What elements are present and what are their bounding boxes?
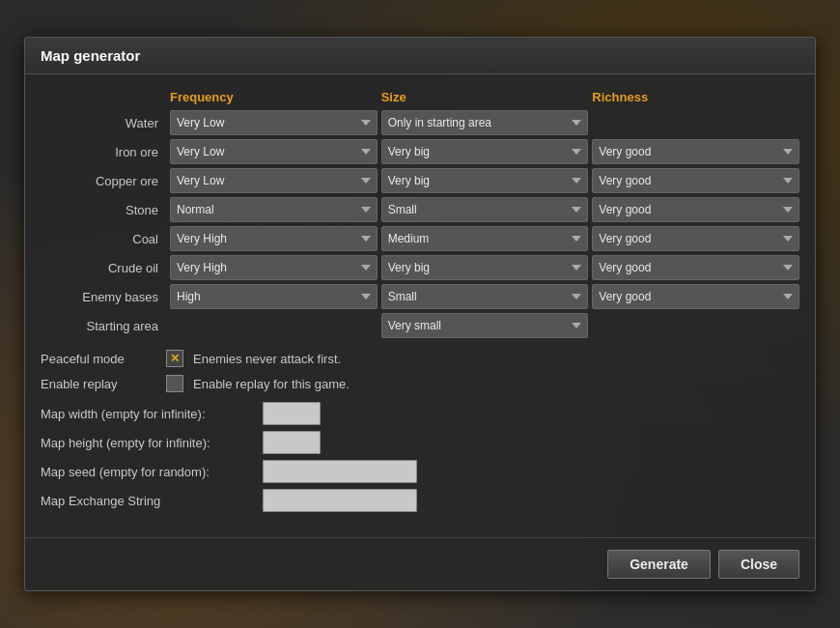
richness-header: Richness <box>592 90 799 104</box>
map-height-input[interactable] <box>263 431 321 454</box>
inputs-section: Map width (empty for infinite): Map heig… <box>41 402 799 512</box>
column-headers: Frequency Size Richness <box>41 90 799 104</box>
coal-frequency-select[interactable]: Very LowLowNormalHighVery High <box>170 226 378 251</box>
map-height-row: Map height (empty for infinite): <box>41 431 799 454</box>
map-width-row: Map width (empty for infinite): <box>41 402 799 425</box>
crude-oil-size-select[interactable]: Very smallSmallNormalBigVery big <box>381 255 589 280</box>
map-width-input[interactable] <box>263 402 321 425</box>
water-frequency-select[interactable]: Very LowLowNormalHighVery High <box>170 110 378 135</box>
map-height-label: Map height (empty for infinite): <box>41 436 253 450</box>
copper-ore-size-select[interactable]: Very smallSmallNormalBigVery big <box>381 168 589 193</box>
iron-ore-richness-select[interactable]: Very goodGoodNormalPoorVery poor <box>592 139 799 164</box>
crude-oil-richness-select[interactable]: Very goodGoodNormalPoorVery poor <box>592 255 799 280</box>
resource-rows: Water Very LowLowNormalHighVery High Onl… <box>41 110 799 338</box>
water-size-select[interactable]: Only in starting areaVery smallSmallNorm… <box>381 110 589 135</box>
enable-replay-row: Enable replay Enable replay for this gam… <box>41 375 799 392</box>
map-seed-label: Map seed (empty for random): <box>41 465 253 479</box>
enemy-bases-label: Enemy bases <box>41 290 166 304</box>
generate-button[interactable]: Generate <box>607 550 711 579</box>
map-exchange-label: Map Exchange String <box>41 494 253 508</box>
dialog-body: Frequency Size Richness Water Very LowLo… <box>25 74 815 528</box>
row-water: Water Very LowLowNormalHighVery High Onl… <box>41 110 799 135</box>
row-stone: Stone Very LowLowNormalHighVery High Ver… <box>41 197 799 222</box>
dialog-title: Map generator <box>41 47 799 64</box>
map-generator-dialog: Map generator Frequency Size Richness Wa… <box>24 37 816 591</box>
enemy-bases-richness-select[interactable]: Very goodGoodNormalPoorVery poor <box>592 284 799 309</box>
iron-ore-frequency-select[interactable]: Very LowLowNormalHighVery High <box>170 139 378 164</box>
enemy-bases-frequency-select[interactable]: Very LowLowNormalHighVery High <box>170 284 378 309</box>
stone-richness-select[interactable]: Very goodGoodNormalPoorVery poor <box>592 197 799 222</box>
starting-area-size-select[interactable]: Very smallSmallNormalBigVery big <box>381 313 589 338</box>
row-iron-ore: Iron ore Very LowLowNormalHighVery High … <box>41 139 799 164</box>
map-width-label: Map width (empty for infinite): <box>41 407 253 421</box>
water-label: Water <box>41 116 166 130</box>
copper-ore-richness-select[interactable]: Very goodGoodNormalPoorVery poor <box>592 168 799 193</box>
enable-replay-desc: Enable replay for this game. <box>193 377 350 391</box>
crude-oil-frequency-select[interactable]: Very LowLowNormalHighVery High <box>170 255 378 280</box>
close-button[interactable]: Close <box>718 550 799 579</box>
starting-area-label: Starting area <box>41 319 166 333</box>
map-seed-input[interactable] <box>263 460 417 483</box>
iron-ore-size-select[interactable]: Very smallSmallNormalBigVery big <box>381 139 589 164</box>
peaceful-mode-row: Peaceful mode Enemies never attack first… <box>41 350 799 367</box>
size-header: Size <box>381 90 589 104</box>
enemy-bases-size-select[interactable]: Very smallSmallNormalBigVery big <box>381 284 589 309</box>
peaceful-mode-label: Peaceful mode <box>41 352 156 366</box>
map-seed-row: Map seed (empty for random): <box>41 460 799 483</box>
title-bar: Map generator <box>25 38 815 74</box>
map-exchange-row: Map Exchange String <box>41 489 799 512</box>
enable-replay-label: Enable replay <box>41 377 156 391</box>
copper-ore-frequency-select[interactable]: Very LowLowNormalHighVery High <box>170 168 378 193</box>
peaceful-mode-checkbox[interactable] <box>166 350 183 367</box>
peaceful-mode-desc: Enemies never attack first. <box>193 352 341 366</box>
coal-label: Coal <box>41 232 166 246</box>
row-starting-area: Starting area Very smallSmallNormalBigVe… <box>41 313 799 338</box>
frequency-header: Frequency <box>170 90 378 104</box>
stone-frequency-select[interactable]: Very LowLowNormalHighVery High <box>170 197 378 222</box>
row-coal: Coal Very LowLowNormalHighVery High Very… <box>41 226 799 251</box>
iron-ore-label: Iron ore <box>41 145 166 159</box>
enable-replay-checkbox[interactable] <box>166 375 183 392</box>
row-crude-oil: Crude oil Very LowLowNormalHighVery High… <box>41 255 799 280</box>
row-copper-ore: Copper ore Very LowLowNormalHighVery Hig… <box>41 168 799 193</box>
coal-size-select[interactable]: Very smallSmallMediumBigVery big <box>381 226 589 251</box>
stone-label: Stone <box>41 203 166 217</box>
stone-size-select[interactable]: Very smallSmallNormalBigVery big <box>381 197 589 222</box>
copper-ore-label: Copper ore <box>41 174 166 188</box>
row-enemy-bases: Enemy bases Very LowLowNormalHighVery Hi… <box>41 284 799 309</box>
coal-richness-select[interactable]: Very goodGoodNormalPoorVery poor <box>592 226 799 251</box>
options-section: Peaceful mode Enemies never attack first… <box>41 350 799 392</box>
crude-oil-label: Crude oil <box>41 261 166 275</box>
empty-header <box>41 90 166 104</box>
footer: Generate Close <box>25 537 815 590</box>
map-exchange-input[interactable] <box>263 489 417 512</box>
